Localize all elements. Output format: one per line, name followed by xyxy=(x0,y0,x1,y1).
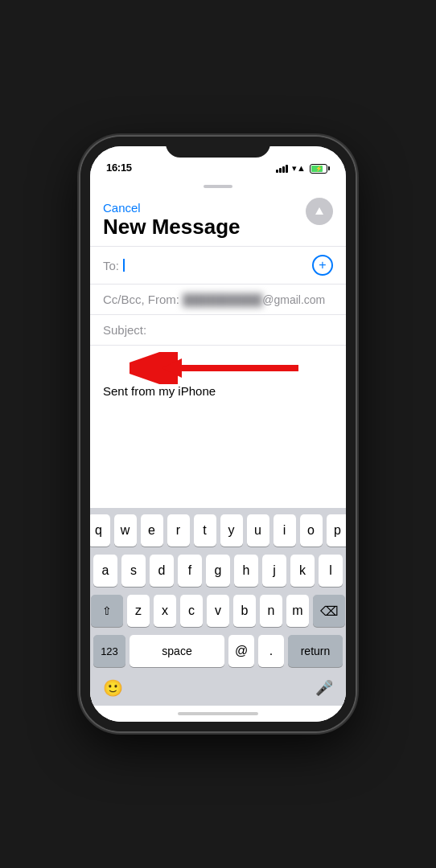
phone-frame: 16:15 ▾▲ ⚡ xyxy=(80,137,356,731)
battery-body: ⚡ xyxy=(310,164,327,174)
shift-key[interactable]: ⇧ xyxy=(91,595,123,627)
compose-title: New Message xyxy=(103,215,241,240)
from-email-blurred: ██████████ xyxy=(183,293,262,306)
keyboard: q w e r t y u i o p a s xyxy=(90,508,346,670)
key-o[interactable]: o xyxy=(300,514,323,547)
key-r[interactable]: r xyxy=(167,514,190,547)
return-key[interactable]: return xyxy=(288,635,343,667)
from-email-value: ██████████@gmail.com xyxy=(183,293,325,306)
key-k[interactable]: k xyxy=(290,555,315,587)
keyboard-row-1: q w e r t y u i o p xyxy=(93,514,343,547)
home-indicator xyxy=(178,712,258,715)
key-i[interactable]: i xyxy=(274,514,296,547)
add-contact-button[interactable]: + xyxy=(312,255,333,276)
subject-label: Subject: xyxy=(103,323,146,337)
from-email-domain: @gmail.com xyxy=(262,293,325,306)
annotation-arrow-container xyxy=(90,352,346,384)
key-v[interactable]: v xyxy=(207,595,229,627)
body-signature: Sent from my iPhone xyxy=(103,384,333,398)
wifi-icon: ▾▲ xyxy=(292,163,306,174)
signal-bar-1 xyxy=(276,170,278,173)
cc-bcc-field-row: Cc/Bcc, From: ██████████@gmail.com xyxy=(90,284,346,314)
cc-bcc-label: Cc/Bcc, From: xyxy=(103,293,179,306)
microphone-icon[interactable]: 🎤 xyxy=(315,679,333,697)
at-key[interactable]: @ xyxy=(228,635,254,667)
battery-icon: ⚡ xyxy=(310,164,330,174)
from-email-display[interactable]: ██████████@gmail.com xyxy=(179,293,333,306)
red-arrow-icon xyxy=(130,352,306,384)
text-cursor xyxy=(123,259,125,272)
key-g[interactable]: g xyxy=(206,555,230,587)
add-contact-plus-icon: + xyxy=(319,259,326,272)
home-indicator-area xyxy=(90,706,346,722)
signal-bar-4 xyxy=(286,165,288,173)
signal-bar-3 xyxy=(282,166,285,173)
keyboard-row-4: 123 space @ . return xyxy=(93,635,343,667)
space-key[interactable]: space xyxy=(130,635,224,667)
subject-field-row: Subject: xyxy=(90,314,346,345)
to-input[interactable] xyxy=(119,259,312,272)
numbers-key[interactable]: 123 xyxy=(93,635,125,667)
screen: 16:15 ▾▲ ⚡ xyxy=(90,146,346,722)
key-w[interactable]: w xyxy=(114,514,137,547)
mail-body[interactable]: Sent from my iPhone xyxy=(90,345,346,508)
key-h[interactable]: h xyxy=(234,555,258,587)
keyboard-row-3: ⇧ z x c v b n m ⌫ xyxy=(93,595,343,627)
key-z[interactable]: z xyxy=(127,595,150,627)
period-key[interactable]: . xyxy=(258,635,284,667)
cancel-button[interactable]: Cancel xyxy=(103,201,241,215)
key-a[interactable]: a xyxy=(93,555,117,587)
key-p[interactable]: p xyxy=(327,514,347,547)
battery-bolt-icon: ⚡ xyxy=(315,166,323,172)
send-button[interactable] xyxy=(306,198,333,225)
mail-compose-sheet: Cancel New Message To: + xyxy=(90,178,346,722)
key-f[interactable]: f xyxy=(178,555,202,587)
key-l[interactable]: l xyxy=(319,555,343,587)
key-j[interactable]: j xyxy=(262,555,286,587)
to-field-row: To: + xyxy=(90,246,346,284)
key-x[interactable]: x xyxy=(154,595,176,627)
key-q[interactable]: q xyxy=(90,514,110,547)
emoji-icon[interactable]: 🙂 xyxy=(103,678,123,698)
key-c[interactable]: c xyxy=(180,595,203,627)
key-e[interactable]: e xyxy=(141,514,163,547)
keyboard-row-2: a s d f g h j k l xyxy=(93,555,343,587)
signal-bars-icon xyxy=(276,165,288,173)
mail-header: Cancel New Message xyxy=(90,188,346,246)
key-u[interactable]: u xyxy=(247,514,269,547)
key-m[interactable]: m xyxy=(286,595,309,627)
key-d[interactable]: d xyxy=(150,555,174,587)
phone-inner: 16:15 ▾▲ ⚡ xyxy=(80,137,356,731)
notch xyxy=(166,137,270,158)
svg-marker-2 xyxy=(162,358,182,378)
key-y[interactable]: y xyxy=(220,514,243,547)
backspace-key[interactable]: ⌫ xyxy=(313,595,345,627)
key-s[interactable]: s xyxy=(121,555,146,587)
key-b[interactable]: b xyxy=(233,595,256,627)
status-icons: ▾▲ ⚡ xyxy=(276,163,330,174)
send-arrow-icon xyxy=(315,207,323,215)
keyboard-toolbar: 🙂 🎤 xyxy=(90,670,346,706)
to-label: To: xyxy=(103,259,119,272)
signal-bar-2 xyxy=(279,168,282,173)
key-t[interactable]: t xyxy=(194,514,216,547)
key-n[interactable]: n xyxy=(260,595,282,627)
battery-tip xyxy=(328,166,330,170)
status-time: 16:15 xyxy=(106,162,132,174)
